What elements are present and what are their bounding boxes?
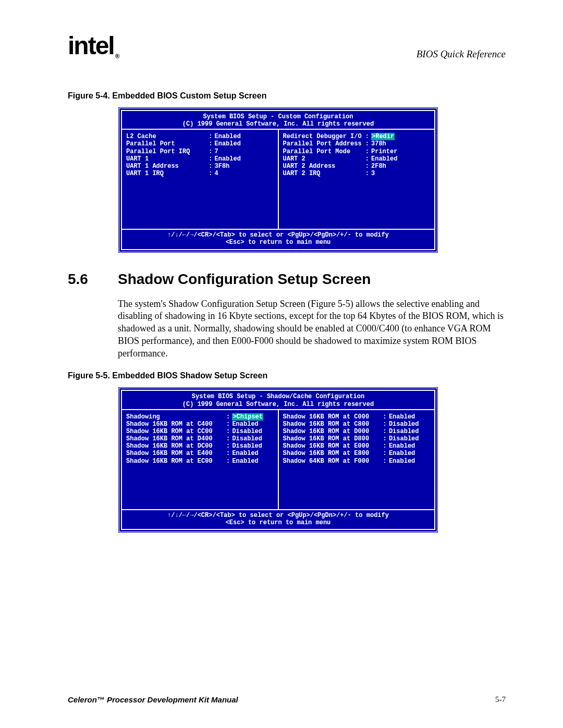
setting-label: Shadow 16KB ROM at C000 bbox=[283, 413, 383, 421]
bios-setting-row[interactable]: UART 1:Enabled bbox=[126, 155, 274, 163]
setting-label: Shadow 16KB ROM at E800 bbox=[283, 450, 383, 457]
intel-logo: intel® bbox=[68, 31, 118, 60]
bios-setting-row[interactable]: UART 2 Address:2F8h bbox=[283, 163, 431, 170]
setting-value[interactable]: Disabled bbox=[389, 421, 430, 428]
bios-setting-row[interactable]: Shadow 16KB ROM at C800:Disabled bbox=[283, 421, 431, 428]
setting-value[interactable]: Enabled bbox=[389, 413, 430, 421]
section-title: Shadow Configuration Setup Screen bbox=[118, 271, 371, 288]
setting-value[interactable]: Enabled bbox=[389, 450, 430, 457]
setting-label: Shadow 16KB ROM at CC00 bbox=[126, 428, 226, 435]
separator: : bbox=[226, 458, 232, 465]
separator: : bbox=[383, 421, 389, 428]
separator: : bbox=[365, 133, 371, 140]
setting-value[interactable]: 2F8h bbox=[371, 163, 430, 170]
setting-value[interactable]: >Redir bbox=[371, 133, 430, 140]
bios-left-column: Shadowing:>ChipsetShadow 16KB ROM at C40… bbox=[122, 410, 279, 509]
setting-value[interactable]: Disabled bbox=[232, 435, 273, 442]
setting-value[interactable]: Enabled bbox=[232, 450, 273, 457]
bios-help-line1: ↑/↓/←/→/<CR>/<Tab> to select or <PgUp>/<… bbox=[123, 512, 433, 519]
setting-value[interactable]: Disabled bbox=[389, 428, 430, 435]
section-body-text: The system's Shadow Configuration Setup … bbox=[118, 298, 506, 360]
setting-value[interactable]: Enabled bbox=[389, 458, 430, 465]
setting-label: Shadow 16KB ROM at E400 bbox=[126, 450, 226, 457]
separator: : bbox=[226, 421, 232, 428]
separator: : bbox=[383, 458, 389, 465]
registered-mark: ® bbox=[115, 53, 119, 60]
bios-setting-row[interactable]: Shadow 16KB ROM at E400:Enabled bbox=[126, 450, 274, 457]
separator: : bbox=[365, 155, 371, 163]
setting-value[interactable]: 378h bbox=[371, 140, 430, 147]
setting-value[interactable]: 3 bbox=[371, 170, 430, 177]
setting-value[interactable]: 4 bbox=[214, 170, 273, 177]
bios-title: System BIOS Setup - Shadow/Cache Configu… bbox=[121, 390, 435, 410]
bios-setting-row[interactable]: Redirect Debugger I/O:>Redir bbox=[283, 133, 431, 140]
setting-value[interactable]: Disabled bbox=[232, 442, 273, 450]
setting-value[interactable]: Enabled bbox=[371, 155, 430, 163]
bios-title-line2: (C) 1999 General Software, Inc. All righ… bbox=[123, 401, 433, 408]
figure-5-caption: Figure 5-5. Embedded BIOS Shadow Setup S… bbox=[68, 371, 506, 380]
separator: : bbox=[365, 170, 371, 177]
setting-value[interactable]: Enabled bbox=[232, 458, 273, 465]
logo-text: intel bbox=[68, 32, 114, 59]
bios-setting-row[interactable]: Shadow 16KB ROM at D000:Disabled bbox=[283, 428, 431, 435]
bios-setting-row[interactable]: Shadow 16KB ROM at C400:Enabled bbox=[126, 421, 274, 428]
bios-setting-row[interactable]: Parallel Port Address:378h bbox=[283, 140, 431, 147]
setting-value[interactable]: Enabled bbox=[232, 421, 273, 428]
bios-setting-row[interactable]: Shadow 16KB ROM at DC00:Disabled bbox=[126, 442, 274, 450]
bios-setting-row[interactable]: UART 2:Enabled bbox=[283, 155, 431, 163]
bios-title-line2: (C) 1999 General Software, Inc. All righ… bbox=[123, 120, 433, 128]
bios-right-column: Shadow 16KB ROM at C000:EnabledShadow 16… bbox=[279, 410, 435, 509]
setting-value[interactable]: 3F8h bbox=[214, 163, 273, 170]
setting-value[interactable]: >Chipset bbox=[232, 413, 273, 421]
bios-setting-row[interactable]: Shadow 16KB ROM at D400:Disabled bbox=[126, 435, 274, 442]
setting-label: Redirect Debugger I/O bbox=[283, 133, 365, 140]
setting-value[interactable]: Enabled bbox=[389, 442, 430, 450]
setting-label: Parallel Port bbox=[126, 140, 209, 147]
bios-setting-row[interactable]: Shadow 16KB ROM at CC00:Disabled bbox=[126, 428, 274, 435]
bios-setting-row[interactable]: UART 1 IRQ:4 bbox=[126, 170, 274, 177]
page-header: intel® BIOS Quick Reference bbox=[68, 31, 506, 60]
separator: : bbox=[383, 442, 389, 450]
setting-label: Parallel Port Address bbox=[283, 140, 365, 147]
separator: : bbox=[383, 428, 389, 435]
bios-help-line2: <Esc> to return to main menu bbox=[123, 519, 433, 526]
setting-value[interactable]: Disabled bbox=[232, 428, 273, 435]
bios-setting-row[interactable]: UART 2 IRQ:3 bbox=[283, 170, 431, 177]
bios-setting-row[interactable]: Shadow 16KB ROM at E800:Enabled bbox=[283, 450, 431, 457]
separator: : bbox=[209, 163, 214, 170]
setting-value[interactable]: Disabled bbox=[389, 435, 430, 442]
setting-value[interactable]: Enabled bbox=[214, 133, 273, 140]
bios-setting-row[interactable]: Parallel Port IRQ:7 bbox=[126, 148, 274, 155]
setting-value[interactable]: Enabled bbox=[214, 140, 273, 147]
bios-setting-row[interactable]: Shadow 16KB ROM at E000:Enabled bbox=[283, 442, 431, 450]
setting-label: Shadow 16KB ROM at C800 bbox=[283, 421, 383, 428]
bios-help-bar: ↑/↓/←/→/<CR>/<Tab> to select or <PgUp>/<… bbox=[121, 509, 435, 530]
setting-label: Shadow 16KB ROM at E000 bbox=[283, 442, 383, 450]
bios-custom-setup-screen: System BIOS Setup - Custom Configuration… bbox=[118, 107, 438, 253]
separator: : bbox=[226, 428, 232, 435]
bios-setting-row[interactable]: L2 Cache:Enabled bbox=[126, 133, 274, 140]
bios-setting-row[interactable]: Shadow 16KB ROM at C000:Enabled bbox=[283, 413, 431, 421]
bios-setting-row[interactable]: Shadowing:>Chipset bbox=[126, 413, 274, 421]
bios-right-column: Redirect Debugger I/O:>RedirParallel Por… bbox=[279, 130, 435, 229]
bios-help-bar: ↑/↓/←/→/<CR>/<Tab> to select or <PgUp>/<… bbox=[121, 229, 435, 250]
bios-setting-row[interactable]: Shadow 16KB ROM at EC00:Enabled bbox=[126, 458, 274, 465]
bios-setting-row[interactable]: UART 1 Address:3F8h bbox=[126, 163, 274, 170]
separator: : bbox=[383, 450, 389, 457]
setting-label: UART 2 IRQ bbox=[283, 170, 365, 177]
setting-label: UART 1 Address bbox=[126, 163, 209, 170]
separator: : bbox=[226, 435, 232, 442]
separator: : bbox=[209, 148, 214, 155]
setting-label: UART 2 Address bbox=[283, 163, 365, 170]
bios-setting-row[interactable]: Shadow 64KB ROM at F000:Enabled bbox=[283, 458, 431, 465]
setting-value[interactable]: Enabled bbox=[214, 155, 273, 163]
setting-label: L2 Cache bbox=[126, 133, 209, 140]
bios-setting-row[interactable]: Shadow 16KB ROM at D800:Disabled bbox=[283, 435, 431, 442]
separator: : bbox=[226, 450, 232, 457]
setting-value[interactable]: Printer bbox=[371, 148, 430, 155]
setting-label: Shadow 16KB ROM at D000 bbox=[283, 428, 383, 435]
bios-setting-row[interactable]: Parallel Port Mode:Printer bbox=[283, 148, 431, 155]
bios-setting-row[interactable]: Parallel Port:Enabled bbox=[126, 140, 274, 147]
setting-value[interactable]: 7 bbox=[214, 148, 273, 155]
setting-label: UART 2 bbox=[283, 155, 365, 163]
